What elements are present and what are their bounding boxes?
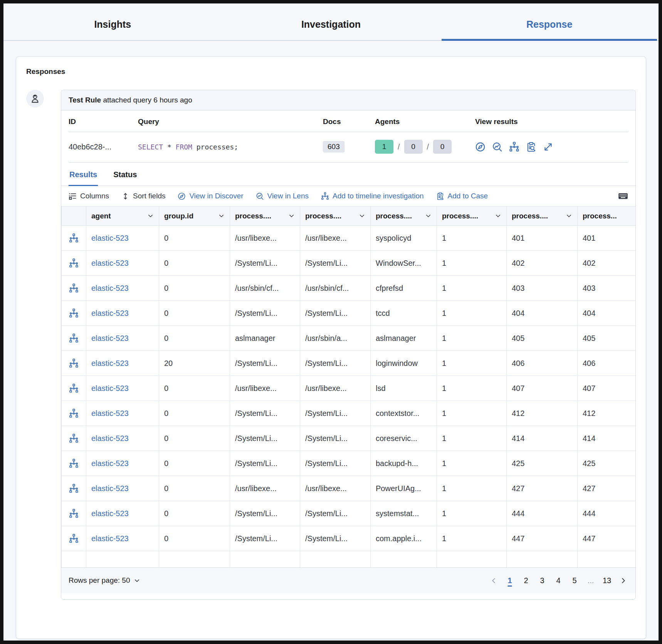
agent-link[interactable]: elastic-523 xyxy=(91,484,129,493)
grid-header-group-id[interactable]: group.id xyxy=(159,206,230,226)
chevron-down-icon[interactable] xyxy=(359,213,365,219)
cell-process-1: /System/Li... xyxy=(230,351,300,376)
discover-compass-icon[interactable] xyxy=(475,142,486,152)
agent-link[interactable]: elastic-523 xyxy=(91,284,129,292)
open-in-timeline-cell[interactable] xyxy=(62,501,86,526)
grid-header-process-4[interactable]: process.... xyxy=(437,206,507,226)
lens-icon[interactable] xyxy=(492,142,502,152)
open-in-timeline-cell[interactable] xyxy=(62,301,86,326)
agent-link[interactable]: elastic-523 xyxy=(91,309,129,317)
open-in-timeline-cell[interactable] xyxy=(62,226,86,251)
previous-page-button[interactable] xyxy=(487,572,501,589)
chevron-down-icon[interactable] xyxy=(147,213,154,219)
open-in-timeline-cell[interactable] xyxy=(62,401,86,426)
page-button-1[interactable]: 1 xyxy=(503,572,517,589)
open-in-timeline-cell[interactable] xyxy=(62,451,86,476)
expand-icon[interactable] xyxy=(543,142,553,152)
agent-link[interactable]: elastic-523 xyxy=(91,459,129,468)
tab-insights[interactable]: Insights xyxy=(3,3,222,40)
top-tab-bar: Insights Investigation Response xyxy=(3,3,659,41)
agent-link[interactable]: elastic-523 xyxy=(91,534,129,543)
chevron-right-icon xyxy=(620,577,627,584)
table-row: elastic-523 0 /System/Li... /System/Li..… xyxy=(62,451,636,476)
grid-header-process-5[interactable]: process.... xyxy=(507,206,578,226)
cell-process-2: /System/Li... xyxy=(300,426,371,451)
timeline-tree-icon[interactable] xyxy=(69,359,79,368)
open-in-timeline-cell[interactable] xyxy=(62,251,86,276)
open-in-timeline-cell[interactable] xyxy=(62,526,86,551)
sort-icon xyxy=(121,192,129,200)
agent-link[interactable]: elastic-523 xyxy=(91,384,129,392)
timeline-tree-icon[interactable] xyxy=(69,309,79,318)
cell-process-5: 406 xyxy=(507,351,578,376)
cell-process-5: 402 xyxy=(507,251,578,276)
grid-header-row: agent group.id process.... process.... p… xyxy=(62,206,636,226)
page-button-13[interactable]: 13 xyxy=(600,572,614,589)
cell-process-1: /usr/libexe... xyxy=(230,376,300,401)
chevron-down-icon[interactable] xyxy=(288,213,295,219)
agent-link[interactable]: elastic-523 xyxy=(91,259,129,267)
case-clipboard-search-icon[interactable] xyxy=(526,142,536,152)
chevron-down-icon[interactable] xyxy=(425,213,432,219)
tab-investigation[interactable]: Investigation xyxy=(222,3,440,40)
agent-link[interactable]: elastic-523 xyxy=(91,409,129,418)
page-button-2[interactable]: 2 xyxy=(519,572,533,589)
agent-link[interactable]: elastic-523 xyxy=(91,509,129,518)
timeline-tree-icon[interactable] xyxy=(69,434,79,443)
cell-process-2: /usr/libexe... xyxy=(300,376,371,401)
grid-header-process-1[interactable]: process.... xyxy=(230,206,300,226)
next-page-button[interactable] xyxy=(616,572,630,589)
columns-button[interactable]: Columns xyxy=(69,192,109,200)
cell-process-6: 414 xyxy=(578,426,636,451)
page-button-5[interactable]: 5 xyxy=(568,572,581,589)
open-in-timeline-cell[interactable] xyxy=(62,351,86,376)
keyboard-shortcuts-button[interactable] xyxy=(618,191,628,201)
add-to-timeline-button[interactable]: Add to timeline investigation xyxy=(321,192,424,200)
open-in-timeline-cell[interactable] xyxy=(62,326,86,351)
page-button-3[interactable]: 3 xyxy=(535,572,549,589)
timeline-tree-icon[interactable] xyxy=(69,459,79,468)
sort-fields-button[interactable]: Sort fields xyxy=(121,192,165,200)
col-label-view-results: View results xyxy=(475,117,628,126)
tab-response[interactable]: Response xyxy=(440,3,659,40)
timeline-tree-icon[interactable] xyxy=(509,142,519,152)
timeline-tree-icon[interactable] xyxy=(69,484,79,493)
view-in-discover-button[interactable]: View in Discover xyxy=(178,192,243,200)
add-to-case-button[interactable]: Add to Case xyxy=(436,192,488,200)
timeline-tree-icon[interactable] xyxy=(69,384,79,393)
grid-header-agent[interactable]: agent xyxy=(86,206,159,226)
open-in-timeline-cell[interactable] xyxy=(62,376,86,401)
chevron-down-icon[interactable] xyxy=(566,213,572,219)
timeline-tree-icon[interactable] xyxy=(69,258,79,268)
agent-link[interactable]: elastic-523 xyxy=(91,234,129,242)
open-in-timeline-cell[interactable] xyxy=(62,426,86,451)
chevron-down-icon[interactable] xyxy=(495,213,501,219)
timeline-tree-icon[interactable] xyxy=(69,509,79,518)
cell-process-3: contextstor... xyxy=(371,401,437,426)
timeline-tree-icon[interactable] xyxy=(69,233,79,243)
tab-status[interactable]: Status xyxy=(113,163,138,186)
chevron-down-icon[interactable] xyxy=(218,213,225,219)
agent-link[interactable]: elastic-523 xyxy=(91,359,129,367)
agent-link[interactable]: elastic-523 xyxy=(91,434,129,443)
open-in-timeline-cell[interactable] xyxy=(62,276,86,301)
cell-process-6: 427 xyxy=(578,476,636,501)
cell-group-id: 0 xyxy=(159,501,230,526)
grid-header-process-3[interactable]: process.... xyxy=(371,206,437,226)
agent-link[interactable]: elastic-523 xyxy=(91,334,129,342)
view-in-lens-button[interactable]: View in Lens xyxy=(256,192,309,200)
view-in-lens-label: View in Lens xyxy=(267,192,309,200)
page-button-4[interactable]: 4 xyxy=(551,572,565,589)
open-in-timeline-cell[interactable] xyxy=(62,476,86,501)
timeline-tree-icon[interactable] xyxy=(69,534,79,543)
grid-header-process-6[interactable]: process... xyxy=(578,206,636,226)
cell-process-2: /System/Li... xyxy=(300,526,371,551)
tab-results[interactable]: Results xyxy=(69,163,98,186)
grid-header-process-2[interactable]: process.... xyxy=(300,206,371,226)
timeline-tree-icon[interactable] xyxy=(69,334,79,343)
screenshot-frame: Insights Investigation Response Response… xyxy=(0,0,662,644)
cell-group-id: 0 xyxy=(159,251,230,276)
rows-per-page-button[interactable]: Rows per page: 50 xyxy=(69,576,140,585)
timeline-tree-icon[interactable] xyxy=(69,409,79,418)
timeline-tree-icon[interactable] xyxy=(69,283,79,293)
